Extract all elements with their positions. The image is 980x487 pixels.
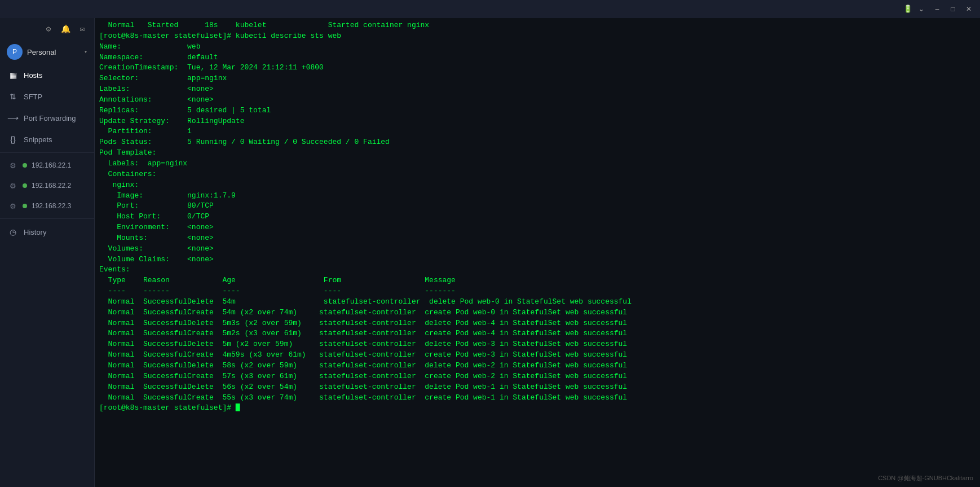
terminal-line: Normal SuccessfulCreate 5m2s (x3 over 61… (99, 328, 975, 339)
terminal-line: Namespace: default (99, 52, 975, 63)
sidebar-item-snippets[interactable]: {} Snippets (0, 129, 94, 150)
host-ip-label: 192.168.22.1 (32, 161, 71, 169)
terminal-line: Normal SuccessfulDelete 56s (x2 over 54m… (99, 382, 975, 393)
host-ip-label: 192.168.22.2 (32, 182, 71, 190)
terminal-line: Labels: <none> (99, 84, 975, 95)
terminal-line: Environment: <none> (99, 222, 975, 233)
terminal-line: Labels: app=nginx (99, 159, 975, 169)
terminal-line: Normal SuccessfulCreate 55s (x3 over 74m… (99, 393, 975, 403)
terminal-line: Normal SuccessfulDelete 54m statefulset-… (99, 297, 975, 308)
main-layout: ⚙ 🔔 ✉ P Personal ▾ ▦ Hosts ⇅ SFTP ⟶ Port… (0, 18, 980, 487)
snippets-icon: {} (8, 134, 18, 144)
sidebar-item-sftp-label: SFTP (24, 93, 42, 101)
host-online-indicator (23, 163, 27, 168)
sidebar: ⚙ 🔔 ✉ P Personal ▾ ▦ Hosts ⇅ SFTP ⟶ Port… (0, 18, 95, 487)
history-icon: ◷ (8, 227, 18, 237)
host-gear-icon: ⚙ (8, 181, 18, 191)
gear-icon[interactable]: ⚙ (42, 23, 55, 35)
terminal-line: Selector: app=nginx (99, 73, 975, 84)
terminal-line: Image: nginx:1.7.9 (99, 191, 975, 201)
terminal-area[interactable]: Normal Started 18s kubelet Started conta… (95, 18, 980, 487)
divider-2 (0, 218, 94, 219)
avatar: P (7, 44, 23, 60)
terminal-line: Normal SuccessfulDelete 58s (x2 over 59m… (99, 361, 975, 371)
minimize-button[interactable]: – (930, 3, 944, 15)
sidebar-item-history-label: History (24, 228, 46, 236)
battery-icon: 🔋 (903, 5, 912, 14)
terminal-line: [root@k8s-master statefulset]# kubectl d… (99, 31, 975, 42)
mail-icon[interactable]: ✉ (76, 23, 89, 35)
terminal-line: Normal SuccessfulCreate 57s (x3 over 61m… (99, 371, 975, 382)
terminal-line: Normal SuccessfulCreate 4m59s (x3 over 6… (99, 350, 975, 361)
hosts-icon: ▦ (8, 70, 18, 80)
terminal-line: [root@k8s-master statefulset]# █ (99, 403, 975, 414)
terminal-line: nginx: (99, 180, 975, 191)
host-ip-label: 192.168.22.3 (32, 202, 71, 210)
profile-section[interactable]: P Personal ▾ (0, 40, 94, 64)
sidebar-item-hosts-label: Hosts (24, 71, 42, 80)
watermark: CSDN @鲍海超-GNUBHCkalitarro (878, 474, 973, 482)
host-gear-icon: ⚙ (8, 201, 18, 211)
terminal-line: Containers: (99, 169, 975, 180)
terminal-line: Replicas: 5 desired | 5 total (99, 106, 975, 116)
sidebar-item-sftp[interactable]: ⇅ SFTP (0, 86, 94, 107)
terminal-line: Pod Template: (99, 148, 975, 159)
terminal-line: ---- ------ ---- ---- ------- (99, 286, 975, 297)
sftp-icon: ⇅ (8, 91, 18, 102)
terminal-line: Events: (99, 265, 975, 275)
terminal-line: Host Port: 0/TCP (99, 212, 975, 222)
close-button[interactable]: ✕ (962, 3, 975, 15)
terminal-line: Volume Claims: <none> (99, 255, 975, 265)
sidebar-host-192-168-22-2[interactable]: ⚙ 192.168.22.2 (0, 176, 94, 196)
terminal-line: Partition: 1 (99, 126, 975, 137)
bell-icon[interactable]: 🔔 (59, 23, 72, 35)
port-forwarding-icon: ⟶ (8, 113, 18, 123)
sidebar-item-snippets-label: Snippets (24, 135, 52, 144)
sidebar-host-192-168-22-3[interactable]: ⚙ 192.168.22.3 (0, 196, 94, 216)
terminal-output[interactable]: Normal Started 18s kubelet Started conta… (95, 18, 980, 487)
titlebar-controls: 🔋 ⌄ – □ ✕ (903, 3, 975, 15)
terminal-line: Mounts: <none> (99, 233, 975, 244)
terminal-line: Type Reason Age From Message (99, 275, 975, 286)
terminal-line: Update Strategy: RollingUpdate (99, 116, 975, 127)
sidebar-top-icons: ⚙ 🔔 ✉ (0, 18, 94, 40)
terminal-line: Normal Started 18s kubelet Started conta… (99, 20, 975, 31)
chevron-down-button[interactable]: ⌄ (915, 3, 928, 15)
chevron-down-icon: ▾ (84, 49, 87, 55)
sidebar-host-192-168-22-1[interactable]: ⚙ 192.168.22.1 (0, 155, 94, 176)
sidebar-item-port-forwarding-label: Port Forwarding (24, 114, 76, 122)
divider (0, 152, 94, 153)
profile-name: Personal (27, 48, 80, 56)
sidebar-item-hosts[interactable]: ▦ Hosts (0, 64, 94, 86)
titlebar: 🔋 ⌄ – □ ✕ (0, 0, 980, 18)
terminal-line: Pods Status: 5 Running / 0 Waiting / 0 S… (99, 137, 975, 148)
host-gear-icon: ⚙ (8, 160, 18, 170)
host-online-indicator (23, 204, 27, 208)
sidebar-item-history[interactable]: ◷ History (0, 221, 94, 243)
terminal-line: Port: 80/TCP (99, 201, 975, 212)
terminal-line: Name: web (99, 42, 975, 52)
terminal-line: CreationTimestamp: Tue, 12 Mar 2024 21:1… (99, 63, 975, 73)
terminal-line: Normal SuccessfulDelete 5m3s (x2 over 59… (99, 318, 975, 329)
terminal-line: Volumes: <none> (99, 244, 975, 255)
host-online-indicator (23, 183, 27, 188)
sidebar-item-port-forwarding[interactable]: ⟶ Port Forwarding (0, 107, 94, 129)
terminal-line: Normal SuccessfulCreate 54m (x2 over 74m… (99, 308, 975, 318)
maximize-button[interactable]: □ (946, 3, 960, 15)
terminal-line: Annotations: <none> (99, 95, 975, 106)
terminal-line: Normal SuccessfulDelete 5m (x2 over 59m)… (99, 339, 975, 350)
